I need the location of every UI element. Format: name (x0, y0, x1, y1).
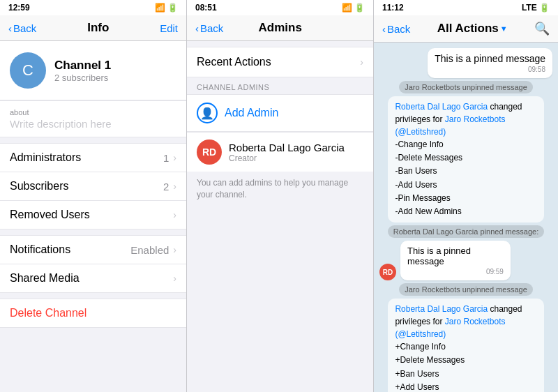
channel-header: C Channel 1 2 subscribers (0, 41, 186, 100)
administrators-count: 1 (163, 152, 169, 164)
subscriber-count: 2 subscribers (54, 73, 111, 83)
chevron-icon-4: › (173, 244, 176, 255)
subscribers-item[interactable]: Subscribers 2 › (0, 172, 186, 201)
subscribers-count: 2 (163, 181, 169, 193)
add-admin-label: Add Admin (225, 107, 278, 119)
status-bar-3: 11:12 LTE 🔋 (374, 0, 558, 15)
nav-bar-3: ‹ Back All Actions ▼ 🔍 (374, 15, 558, 43)
description-value: Write description here (10, 118, 176, 130)
back-button-3[interactable]: ‹ Back (382, 23, 410, 35)
back-button-2[interactable]: ‹ Back (195, 22, 223, 34)
person-plus-icon: 👤 (200, 107, 214, 120)
action-lines-2: +Change Info+Delete Messages+Ban Users+A… (395, 342, 465, 392)
incoming-message-1: RD This is a pinned message 09:59 (379, 241, 517, 280)
edit-button[interactable]: Edit (160, 22, 178, 34)
signal-icons-1: 📶 🔋 (155, 3, 178, 13)
outgoing-message-1: This is a pinned message 09:58 (428, 48, 552, 78)
chevron-icon-5: › (173, 273, 176, 284)
time-1: 12:59 (8, 3, 30, 13)
notifications-section: Notifications Enabled › Shared Media › (0, 235, 186, 293)
status-bar-1: 12:59 📶 🔋 (0, 0, 186, 15)
system-msg-1: Jaro Rocketbots unpinned message (399, 81, 533, 93)
action-lines-1: -Change Info-Delete Messages-Ban Users-A… (395, 140, 462, 216)
panel-channel-info: 12:59 📶 🔋 ‹ Back Info Edit C Channel 1 2… (0, 0, 187, 392)
chevron-left-icon-2: ‹ (195, 22, 199, 34)
incoming-text-1: This is a pinned message (407, 246, 504, 266)
incoming-time-1: 09:59 (407, 268, 504, 276)
about-section: about Write description here (0, 100, 186, 137)
time-2: 08:51 (195, 3, 217, 13)
nav-title-3: All Actions ▼ (437, 22, 508, 36)
delete-channel-button[interactable]: Delete Channel (10, 307, 86, 319)
action-msg-1: Roberta Dal Lago Garcia changed privileg… (388, 96, 543, 223)
shared-media-right: › (173, 273, 176, 284)
administrators-label: Administrators (10, 151, 81, 164)
administrators-right: 1 › (163, 152, 176, 164)
subscribers-label: Subscribers (10, 180, 68, 193)
status-bar-2: 08:51 📶 🔋 (187, 0, 373, 15)
recent-actions-button[interactable]: Recent Actions › (187, 47, 373, 77)
dropdown-icon: ▼ (500, 24, 508, 33)
removed-users-item[interactable]: Removed Users › (0, 201, 186, 229)
subscribers-right: 2 › (163, 181, 176, 193)
channel-admins-header: CHANNEL ADMINS (187, 77, 373, 94)
admin-avatar: RD (197, 140, 222, 165)
list-section: Administrators 1 › Subscribers 2 › Remov… (0, 143, 186, 229)
notifications-label: Notifications (10, 243, 70, 256)
admin-role: Creator (229, 153, 345, 163)
add-admin-button[interactable]: 👤 Add Admin (187, 94, 373, 132)
admin-name: Roberta Dal Lago Garcia (229, 142, 345, 153)
time-3: 11:12 (382, 3, 404, 13)
chevron-icon: › (173, 152, 176, 163)
action-msg-2: Roberta Dal Lago Garcia changed privileg… (388, 299, 543, 392)
delete-section[interactable]: Delete Channel (0, 299, 186, 328)
channel-info-text: Channel 1 2 subscribers (54, 59, 111, 83)
incoming-bubble-1: This is a pinned message 09:59 (400, 241, 511, 280)
nav-title-2: Admins (259, 21, 302, 35)
signal-icons-2: 📶 🔋 (342, 3, 365, 13)
chevron-icon-3: › (173, 209, 176, 220)
nav-bar-1: ‹ Back Info Edit (0, 15, 186, 41)
system-msg-3: Jaro Rocketbots unpinned message (399, 283, 533, 296)
chevron-icon-2: › (173, 181, 176, 192)
removed-users-label: Removed Users (10, 209, 90, 221)
about-label: about (10, 108, 176, 116)
chevron-left-icon: ‹ (8, 22, 12, 34)
action-name-1: Roberta Dal Lago Garcia (395, 102, 488, 112)
add-admin-icon: 👤 (197, 103, 218, 123)
message-text-1: This is a pinned message (435, 53, 545, 64)
shared-media-item[interactable]: Shared Media › (0, 264, 186, 292)
chevron-icon-recent: › (360, 56, 363, 68)
administrators-item[interactable]: Administrators 1 › (0, 144, 186, 172)
signal-icons-3: LTE 🔋 (522, 3, 550, 13)
channel-name: Channel 1 (54, 59, 111, 73)
help-text: You can add admins to help you manage yo… (187, 172, 373, 206)
incoming-avatar-1: RD (379, 264, 396, 280)
system-msg-2: Roberta Dal Lago Garcia pinned message: (388, 225, 545, 238)
nav-title-1: Info (87, 21, 109, 35)
notifications-value: Enabled (130, 244, 169, 256)
admin-info: Roberta Dal Lago Garcia Creator (229, 142, 345, 163)
notifications-item[interactable]: Notifications Enabled › (0, 236, 186, 264)
chevron-left-icon-3: ‹ (382, 23, 386, 35)
nav-bar-2: ‹ Back Admins (187, 15, 373, 41)
panel-all-actions: 11:12 LTE 🔋 ‹ Back All Actions ▼ 🔍 This … (374, 0, 558, 392)
removed-users-right: › (173, 209, 176, 220)
action-name-2: Roberta Dal Lago Garcia (395, 304, 488, 314)
search-icon[interactable]: 🔍 (534, 21, 550, 36)
admin-item[interactable]: RD Roberta Dal Lago Garcia Creator (187, 132, 373, 172)
panel-admins: 08:51 📶 🔋 ‹ Back Admins Recent Actions ›… (187, 0, 374, 392)
shared-media-label: Shared Media (10, 272, 80, 285)
notifications-right: Enabled › (130, 244, 176, 256)
message-time-1: 09:58 (435, 66, 545, 73)
chat-area: This is a pinned message 09:58 Jaro Rock… (374, 43, 558, 392)
recent-actions-label: Recent Actions (197, 56, 271, 68)
channel-avatar: C (10, 52, 46, 89)
back-button-1[interactable]: ‹ Back (8, 22, 36, 34)
